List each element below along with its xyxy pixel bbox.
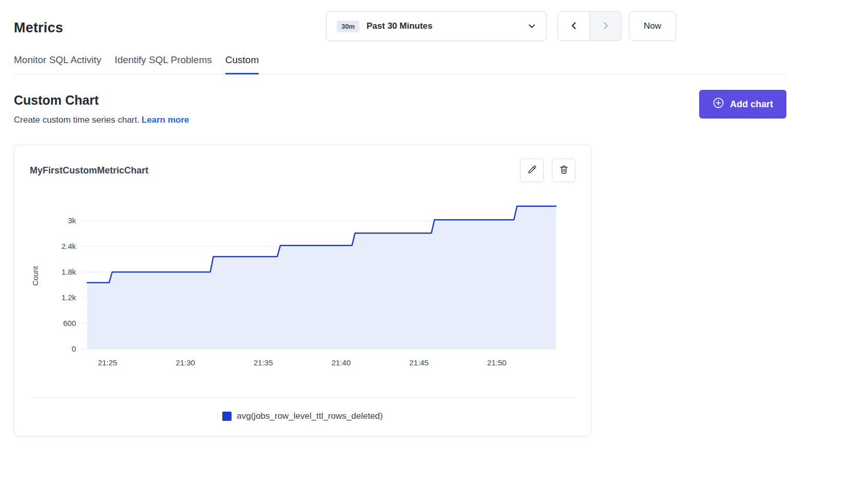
custom-chart-section-header: Custom Chart Create custom time series c…	[14, 90, 786, 125]
svg-text:1.2k: 1.2k	[62, 293, 76, 302]
tab-identify-sql-problems[interactable]: Identify SQL Problems	[114, 54, 211, 74]
time-range-badge: 30m	[337, 21, 359, 32]
svg-text:21:30: 21:30	[176, 358, 195, 367]
chart-legend: avg(jobs_row_level_ttl_rows_deleted)	[30, 397, 575, 421]
time-range-label: Past 30 Minutes	[367, 21, 433, 31]
svg-text:600: 600	[63, 319, 76, 327]
svg-text:0: 0	[72, 344, 76, 353]
add-chart-label: Add chart	[730, 99, 773, 110]
chevron-right-icon	[601, 21, 610, 32]
edit-chart-button[interactable]	[520, 159, 544, 182]
chart-card: MyFirstCustomMetricChart 06001.2k1.8k2.4…	[14, 145, 591, 436]
page-title: Metrics	[14, 20, 63, 36]
svg-text:21:40: 21:40	[332, 358, 351, 367]
svg-text:21:50: 21:50	[487, 358, 507, 367]
svg-text:21:45: 21:45	[409, 358, 429, 367]
svg-text:3k: 3k	[68, 216, 76, 225]
pencil-icon	[527, 164, 537, 177]
now-button[interactable]: Now	[629, 11, 676, 41]
chart-title: MyFirstCustomMetricChart	[30, 165, 148, 176]
section-description-text: Create custom time series chart.	[14, 115, 140, 125]
tab-bar: Monitor SQL Activity Identify SQL Proble…	[14, 54, 786, 74]
chevron-down-icon	[528, 22, 536, 30]
plus-circle-icon	[713, 97, 724, 111]
next-period-button[interactable]	[589, 11, 622, 41]
delete-chart-button[interactable]	[552, 159, 575, 182]
add-chart-button[interactable]: Add chart	[699, 90, 786, 119]
section-header-text: Custom Chart Create custom time series c…	[14, 90, 189, 125]
chevron-left-icon	[569, 21, 579, 32]
section-title: Custom Chart	[14, 93, 189, 108]
learn-more-link[interactable]: Learn more	[142, 115, 189, 125]
trash-icon	[559, 164, 569, 177]
svg-text:Count: Count	[31, 266, 40, 286]
svg-text:1.8k: 1.8k	[62, 267, 76, 276]
svg-text:21:35: 21:35	[254, 358, 273, 367]
legend-swatch	[222, 412, 232, 421]
chart-card-actions	[520, 159, 575, 182]
time-range-select[interactable]: 30m Past 30 Minutes	[326, 11, 547, 41]
svg-text:21:25: 21:25	[98, 358, 118, 367]
svg-text:2.4k: 2.4k	[62, 242, 76, 250]
tab-monitor-sql-activity[interactable]: Monitor SQL Activity	[14, 54, 101, 74]
metrics-page: Metrics 30m Past 30 Minutes	[0, 0, 847, 457]
section-description: Create custom time series chart.Learn mo…	[14, 115, 189, 125]
custom-metric-chart: 06001.2k1.8k2.4k3k21:2521:3021:3521:4021…	[30, 193, 575, 376]
time-nav-group	[557, 11, 622, 41]
chart-card-header: MyFirstCustomMetricChart	[30, 159, 575, 182]
time-controls: 30m Past 30 Minutes Now	[326, 11, 676, 41]
previous-period-button[interactable]	[557, 11, 590, 41]
legend-label: avg(jobs_row_level_ttl_rows_deleted)	[237, 411, 382, 421]
tab-custom[interactable]: Custom	[225, 54, 259, 74]
header: Metrics 30m Past 30 Minutes	[14, 11, 786, 41]
